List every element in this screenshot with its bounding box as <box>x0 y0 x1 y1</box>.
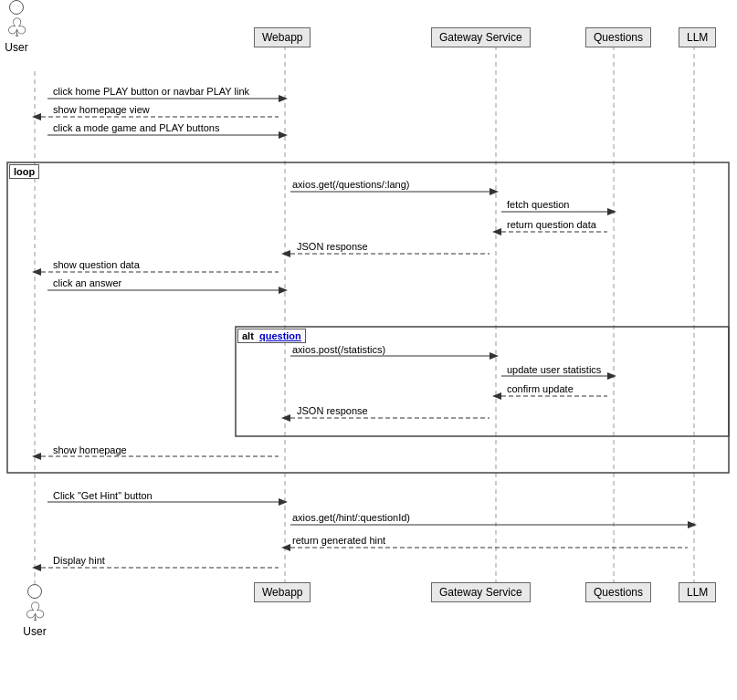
lifeline-box-gateway-bottom: Gateway Service <box>431 582 531 602</box>
user-label-top: User <box>0 41 33 54</box>
msg-label-10: axios.post(/statistics) <box>292 344 385 355</box>
svg-marker-30 <box>492 392 501 400</box>
msg-label-6: return question data <box>507 219 596 230</box>
actor-user-bottom: ♧ User <box>18 584 51 638</box>
msg-label-3: click a mode game and PLAY buttons <box>53 122 219 133</box>
svg-marker-23 <box>279 287 288 294</box>
sequence-diagram: ♧ User Webapp Gateway Service Questions … <box>0 0 737 700</box>
msg-label-1: click home PLAY button or navbar PLAY li… <box>53 86 249 97</box>
msg-label-18: Display hint <box>53 555 105 566</box>
svg-marker-10 <box>279 131 288 139</box>
svg-marker-15 <box>607 208 616 215</box>
svg-marker-13 <box>490 188 499 195</box>
user-head-top <box>9 0 24 15</box>
msg-label-5: fetch question <box>507 199 570 210</box>
msg-label-17: return generated hint <box>292 535 385 546</box>
msg-label-15: Click "Get Hint" button <box>53 490 153 501</box>
svg-marker-42 <box>32 564 41 571</box>
msg-label-7: JSON response <box>297 241 368 252</box>
svg-marker-40 <box>281 544 290 551</box>
svg-marker-8 <box>32 113 41 120</box>
msg-label-8: show question data <box>53 259 140 270</box>
lifeline-box-llm-top: LLM <box>679 27 716 47</box>
msg-label-2: show homepage view <box>53 104 150 115</box>
lifeline-box-questions-bottom: Questions <box>585 582 651 602</box>
msg-label-13: JSON response <box>297 405 368 416</box>
user-body-top: ♧ <box>0 16 33 39</box>
lifeline-box-webapp-top: Webapp <box>254 27 311 47</box>
svg-marker-6 <box>279 95 288 102</box>
msg-label-9: click an answer <box>53 277 121 288</box>
msg-label-11: update user statistics <box>507 364 601 375</box>
svg-marker-19 <box>281 250 290 257</box>
msg-label-4: axios.get(/questions/:lang) <box>292 179 409 190</box>
frame-loop-label: loop <box>9 164 39 179</box>
actor-user-top: ♧ User <box>0 0 33 54</box>
lifeline-box-llm-bottom: LLM <box>679 582 716 602</box>
svg-marker-17 <box>492 228 501 235</box>
msg-label-14: show homepage <box>53 444 127 455</box>
lifeline-box-webapp-bottom: Webapp <box>254 582 311 602</box>
svg-marker-26 <box>490 352 499 360</box>
lifeline-box-questions-top: Questions <box>585 27 651 47</box>
svg-marker-28 <box>607 372 616 380</box>
svg-marker-21 <box>32 268 41 276</box>
svg-marker-34 <box>32 453 41 460</box>
alt-sublabel: question <box>259 330 301 341</box>
svg-rect-24 <box>236 327 729 436</box>
user-body-bottom: ♧ <box>18 601 51 623</box>
svg-marker-38 <box>688 521 697 528</box>
lifeline-box-gateway-top: Gateway Service <box>431 27 531 47</box>
svg-marker-36 <box>279 498 288 506</box>
msg-label-16: axios.get(/hint/:questionId) <box>292 512 410 523</box>
svg-rect-11 <box>7 162 729 473</box>
user-label-bottom: User <box>18 625 51 638</box>
user-head-bottom <box>27 584 42 599</box>
svg-marker-32 <box>281 414 290 422</box>
msg-label-12: confirm update <box>507 383 574 394</box>
frame-alt-label: alt question <box>237 329 306 343</box>
